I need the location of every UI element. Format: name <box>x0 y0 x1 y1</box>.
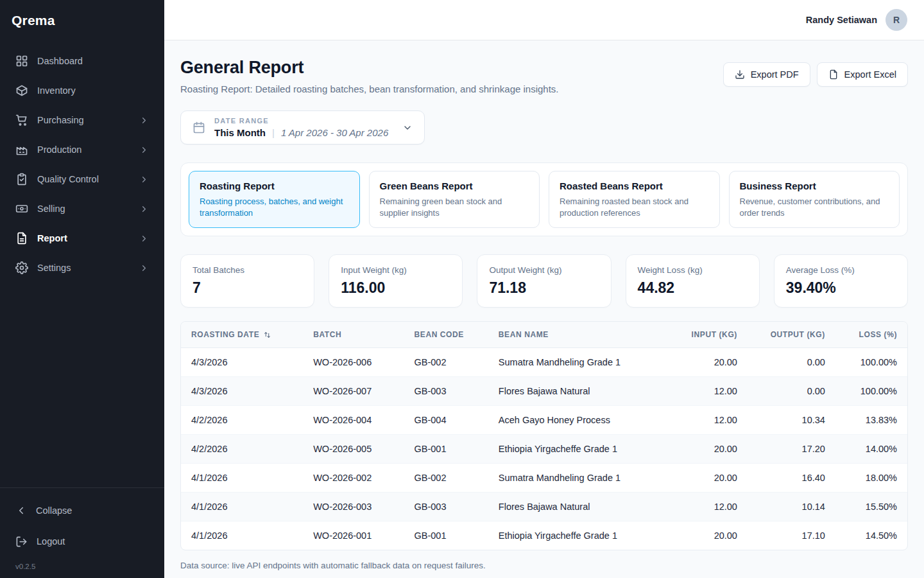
report-tab-title: Roasted Beans Report <box>560 180 709 191</box>
cell-batch: WO-2026-004 <box>303 406 404 435</box>
main-area: Randy Setiawan R General Report Roasting… <box>164 0 924 578</box>
cell-loss-pct: 14.50% <box>835 521 907 550</box>
avatar[interactable]: R <box>886 9 907 31</box>
table-header: ROASTING DATE BATCH BEAN CODE BEAN NAME … <box>181 322 907 348</box>
user-name: Randy Setiawan <box>806 15 877 25</box>
purchasing-icon <box>15 114 28 127</box>
production-icon <box>15 143 28 156</box>
stat-label: Total Batches <box>193 265 302 275</box>
sidebar-item-label: Production <box>37 144 81 155</box>
calendar-icon <box>193 121 205 134</box>
table-row: 4/1/2026 WO-2026-002 GB-002 Sumatra Mand… <box>181 464 907 493</box>
selling-icon <box>15 202 28 215</box>
stat-label: Output Weight (kg) <box>489 265 599 275</box>
collapse-label: Collapse <box>36 505 72 516</box>
report-tab-title: Green Beans Report <box>380 180 529 191</box>
date-range-preset: This Month <box>214 127 266 138</box>
cell-roasting-date: 4/3/2026 <box>181 348 303 377</box>
cell-roasting-date: 4/2/2026 <box>181 406 303 435</box>
stat-value: 71.18 <box>489 279 599 297</box>
data-source-note: Data source: live API endpoints with aut… <box>180 561 908 570</box>
cell-input-kg: 12.00 <box>667 406 748 435</box>
logout-icon <box>15 536 28 548</box>
cell-bean-code: GB-003 <box>404 377 488 406</box>
cell-loss-pct: 13.83% <box>835 406 907 435</box>
sidebar-item-quality-control[interactable]: Quality Control <box>8 166 157 193</box>
cell-batch: WO-2026-005 <box>303 435 404 464</box>
col-label: ROASTING DATE <box>191 330 259 339</box>
cell-bean-name: Flores Bajawa Natural <box>488 377 668 406</box>
table-row: 4/1/2026 WO-2026-001 GB-001 Ethiopia Yir… <box>181 521 907 550</box>
chevron-left-icon <box>15 505 27 516</box>
cell-output-kg: 0.00 <box>748 377 835 406</box>
col-roasting-date[interactable]: ROASTING DATE <box>181 322 303 348</box>
date-range-value: This Month | 1 Apr 2026 - 30 Apr 2026 <box>214 127 388 138</box>
export-pdf-button[interactable]: Export PDF <box>723 62 810 87</box>
cell-loss-pct: 100.00% <box>835 377 907 406</box>
cell-bean-name: Sumatra Mandheling Grade 1 <box>488 464 668 493</box>
cell-output-kg: 17.10 <box>748 521 835 550</box>
page-header-text: General Report Roasting Report: Detailed… <box>180 58 559 94</box>
inventory-icon <box>15 84 28 97</box>
stat-output-weight: Output Weight (kg) 71.18 <box>477 254 611 308</box>
cell-input-kg: 20.00 <box>667 464 748 493</box>
export-excel-button[interactable]: Export Excel <box>817 62 908 87</box>
table-row: 4/2/2026 WO-2026-004 GB-004 Aceh Gayo Ho… <box>181 406 907 435</box>
chevron-right-icon <box>139 204 149 214</box>
sidebar: Qrema Dashboard Inventory Purchasing Pro… <box>0 0 164 578</box>
page-header: General Report Roasting Report: Detailed… <box>180 58 908 94</box>
cell-input-kg: 20.00 <box>667 435 748 464</box>
cell-input-kg: 12.00 <box>667 493 748 521</box>
date-range-selector[interactable]: DATE RANGE This Month | 1 Apr 2026 - 30 … <box>180 110 425 144</box>
cell-output-kg: 17.20 <box>748 435 835 464</box>
cell-roasting-date: 4/1/2026 <box>181 464 303 493</box>
chevron-right-icon <box>139 263 149 273</box>
stat-label: Weight Loss (kg) <box>638 265 748 275</box>
tab-roasting-report[interactable]: Roasting Report Roasting process, batche… <box>189 171 360 228</box>
sidebar-nav: Dashboard Inventory Purchasing Productio… <box>0 41 164 487</box>
cell-bean-code: GB-003 <box>404 493 488 521</box>
sidebar-item-label: Purchasing <box>37 115 84 125</box>
sidebar-item-settings[interactable]: Settings <box>8 254 157 281</box>
header-actions: Export PDF Export Excel <box>723 58 908 87</box>
col-output-kg: OUTPUT (KG) <box>748 322 835 348</box>
cell-loss-pct: 15.50% <box>835 493 907 521</box>
sidebar-item-inventory[interactable]: Inventory <box>8 77 157 104</box>
collapse-button[interactable]: Collapse <box>8 497 157 524</box>
sidebar-item-report[interactable]: Report <box>8 225 157 252</box>
sidebar-item-purchasing[interactable]: Purchasing <box>8 107 157 134</box>
cell-roasting-date: 4/1/2026 <box>181 493 303 521</box>
tab-green-beans-report[interactable]: Green Beans Report Remaining green bean … <box>369 171 540 228</box>
date-range-separator: | <box>272 127 275 138</box>
sidebar-item-production[interactable]: Production <box>8 136 157 163</box>
app-logo: Qrema <box>0 0 164 41</box>
file-icon <box>828 69 839 80</box>
cell-bean-name: Ethiopia Yirgacheffe Grade 1 <box>488 435 668 464</box>
tab-business-report[interactable]: Business Report Revenue, customer contri… <box>729 171 900 228</box>
cell-batch: WO-2026-002 <box>303 464 404 493</box>
date-range-dates: 1 Apr 2026 - 30 Apr 2026 <box>281 127 388 138</box>
cell-loss-pct: 18.00% <box>835 464 907 493</box>
stat-value: 7 <box>193 279 302 297</box>
quality-control-icon <box>15 173 28 186</box>
cell-roasting-date: 4/2/2026 <box>181 435 303 464</box>
page-title: General Report <box>180 58 559 78</box>
cell-bean-name: Sumatra Mandheling Grade 1 <box>488 348 668 377</box>
sort-icon <box>263 331 271 339</box>
cell-input-kg: 20.00 <box>667 521 748 550</box>
col-bean-code: BEAN CODE <box>404 322 488 348</box>
cell-output-kg: 10.14 <box>748 493 835 521</box>
stat-label: Input Weight (kg) <box>341 265 450 275</box>
chevron-right-icon <box>139 145 149 155</box>
cell-bean-code: GB-002 <box>404 464 488 493</box>
cell-bean-name: Aceh Gayo Honey Process <box>488 406 668 435</box>
app-version: v0.2.5 <box>8 555 157 570</box>
sidebar-item-selling[interactable]: Selling <box>8 195 157 222</box>
report-type-tabs: Roasting Report Roasting process, batche… <box>180 162 908 236</box>
logout-button[interactable]: Logout <box>8 528 157 555</box>
cell-bean-code: GB-004 <box>404 406 488 435</box>
sidebar-item-dashboard[interactable]: Dashboard <box>8 48 157 74</box>
stat-value: 39.40% <box>786 279 896 297</box>
table-row: 4/3/2026 WO-2026-006 GB-002 Sumatra Mand… <box>181 348 907 377</box>
tab-roasted-beans-report[interactable]: Roasted Beans Report Remaining roasted b… <box>549 171 720 228</box>
